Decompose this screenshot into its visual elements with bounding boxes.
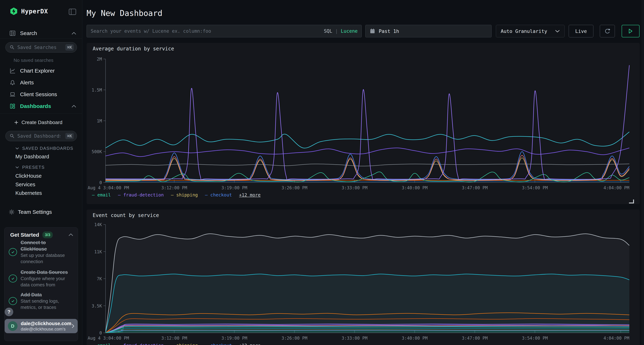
sidebar-item-alerts[interactable]: Alerts: [10, 78, 76, 88]
presets-header[interactable]: PRESETS: [16, 165, 45, 170]
gear-icon: [8, 209, 15, 215]
saved-dashboards-header[interactable]: SAVED DASHBOARDS: [16, 146, 73, 151]
x-tick-label: Aug 4 3:04:00 PM: [88, 336, 129, 341]
x-tick-label: 3:47:00 PM: [462, 336, 488, 341]
series-line-unnamed: [106, 164, 629, 166]
y-tick-label: 14K: [94, 222, 102, 227]
saved-searches-search[interactable]: ⌘K: [5, 42, 77, 52]
hyperdx-logo-icon: [10, 7, 18, 15]
chart-explorer-icon: [10, 68, 16, 74]
get-started-header[interactable]: Get Started 3/3: [10, 232, 53, 238]
sidebar-item-label: Client Sessions: [20, 91, 57, 97]
x-tick-label: 3:12:00 PM: [161, 336, 187, 341]
sidebar-item-client-sessions[interactable]: Client Sessions: [10, 89, 76, 99]
avatar: D: [8, 321, 18, 331]
sidebar-item-my-dashboard[interactable]: My Dashboard: [16, 154, 49, 160]
chevron-down-icon: [16, 166, 19, 168]
x-tick-label: 3:26:00 PM: [282, 336, 308, 341]
step-title: Add Data: [20, 292, 69, 298]
user-email: dale@clickhouse.com: [21, 321, 72, 327]
no-saved-searches-text: No saved searches: [14, 57, 54, 63]
step-description: Start sending logs, metrics, or traces: [20, 298, 69, 311]
lucene-toggle[interactable]: Lucene: [341, 28, 358, 34]
saved-searches-input[interactable]: [17, 45, 60, 50]
scrollbar-gutter[interactable]: [642, 0, 644, 345]
get-started-step-data-sources[interactable]: Create Data Sources Configure where your…: [9, 269, 69, 288]
x-tick-label: 3:47:00 PM: [462, 185, 488, 190]
live-button[interactable]: Live: [569, 25, 593, 37]
y-tick-label: 2M: [97, 57, 102, 62]
sidebar-item-label: Search: [20, 30, 37, 36]
sidebar-item-search[interactable]: Search: [10, 28, 76, 38]
run-query-button[interactable]: [622, 25, 640, 37]
x-tick-label: 3:19:00 PM: [222, 185, 248, 190]
sidebar-collapse-icon[interactable]: [69, 8, 76, 15]
time-range-value: Past 1h: [379, 28, 399, 34]
logo[interactable]: HyperDX: [10, 7, 48, 15]
sidebar-item-kubernetes[interactable]: Kubernetes: [16, 190, 42, 196]
chevron-up-icon[interactable]: [68, 233, 73, 236]
x-tick-label: 3:40:00 PM: [402, 336, 428, 341]
event-search-bar[interactable]: SQL | Lucene: [86, 25, 362, 37]
step-description: Set up your database connection: [20, 252, 69, 265]
section-header-label: SAVED DASHBOARDS: [22, 146, 73, 151]
page-title: My New Dashboard: [86, 8, 162, 18]
chevron-up-icon: [72, 32, 76, 35]
chart-panel-event-count: Event count by service — email— fraud-de…: [86, 210, 640, 345]
plus-icon: [14, 120, 18, 125]
saved-dashboards-search[interactable]: ⌘K: [5, 131, 77, 141]
sidebar: HyperDX Search ⌘K No saved searches: [0, 0, 82, 345]
x-tick-label: 3:54:00 PM: [522, 336, 548, 341]
sidebar-item-chart-explorer[interactable]: Chart Explorer: [10, 66, 76, 76]
event-search-input[interactable]: [91, 28, 324, 34]
divider: [0, 38, 82, 38]
sql-toggle[interactable]: SQL: [324, 28, 332, 34]
x-tick-label: 3:33:00 PM: [342, 336, 368, 341]
chart-canvas: 0500K1M1.5M2MAug 4 3:04:00 PM3:12:00 PM3…: [86, 43, 640, 204]
search-section-icon: [10, 30, 16, 36]
sidebar-item-services[interactable]: Services: [16, 182, 35, 188]
granularity-select[interactable]: Auto Granularity: [496, 25, 564, 37]
y-tick-label: 0: [100, 180, 102, 185]
granularity-value: Auto Granularity: [501, 28, 547, 34]
toggle-separator: |: [335, 28, 338, 34]
series-line-fraud-detection: [106, 65, 629, 180]
get-started-step-add-data[interactable]: Add Data Start sending logs, metrics, or…: [9, 292, 69, 311]
y-tick-label: 500K: [92, 149, 102, 154]
x-tick-label: 3:26:00 PM: [282, 185, 308, 190]
sidebar-item-team-settings[interactable]: Team Settings: [8, 207, 52, 217]
shortcut-badge: ⌘K: [65, 44, 74, 50]
help-button[interactable]: ?: [5, 308, 13, 316]
step-description: Configure where your data comes from: [20, 276, 69, 288]
x-tick-label: 4:04:00 PM: [604, 336, 630, 341]
x-tick-label: 3:40:00 PM: [402, 185, 428, 190]
chevron-down-icon: [555, 30, 560, 32]
y-tick-label: 3.5K: [92, 304, 102, 309]
sidebar-item-label: Chart Explorer: [20, 68, 54, 74]
live-button-label: Live: [575, 28, 587, 34]
time-range-picker[interactable]: Past 1h: [365, 25, 492, 37]
search-icon: [10, 45, 14, 50]
check-circle-icon: [9, 297, 17, 305]
series-line-unnamed: [106, 182, 629, 182]
sidebar-item-clickhouse[interactable]: ClickHouse: [16, 173, 42, 179]
play-icon: [628, 28, 633, 34]
shortcut-badge: ⌘K: [65, 133, 74, 139]
bell-icon: [10, 80, 16, 85]
chevron-down-icon: [16, 147, 19, 149]
x-tick-label: 3:54:00 PM: [522, 185, 548, 190]
get-started-progress-badge: 3/3: [42, 232, 53, 238]
get-started-step-connect[interactable]: Connect to ClickHouse Set up your databa…: [9, 239, 69, 265]
saved-dashboards-input[interactable]: [17, 133, 60, 139]
create-dashboard-button[interactable]: Create Dashboard: [14, 118, 62, 127]
section-header-label: PRESETS: [22, 165, 45, 170]
chart-canvas: 03.5K7K11K14KAug 4 3:04:00 PM3:12:00 PM3…: [86, 210, 640, 345]
user-menu[interactable]: D dale@clickhouse.com dale@clickhouse.co…: [5, 319, 78, 333]
chart-panel-average-duration: Average duration by service — email— fra…: [86, 43, 640, 204]
y-tick-label: 1.5M: [92, 88, 102, 93]
y-tick-label: 11K: [94, 249, 102, 254]
series-line-unnamed: [106, 148, 629, 157]
sidebar-item-dashboards[interactable]: Dashboards: [10, 101, 76, 111]
sidebar-item-label: Team Settings: [18, 209, 52, 215]
refresh-button[interactable]: [600, 25, 615, 37]
